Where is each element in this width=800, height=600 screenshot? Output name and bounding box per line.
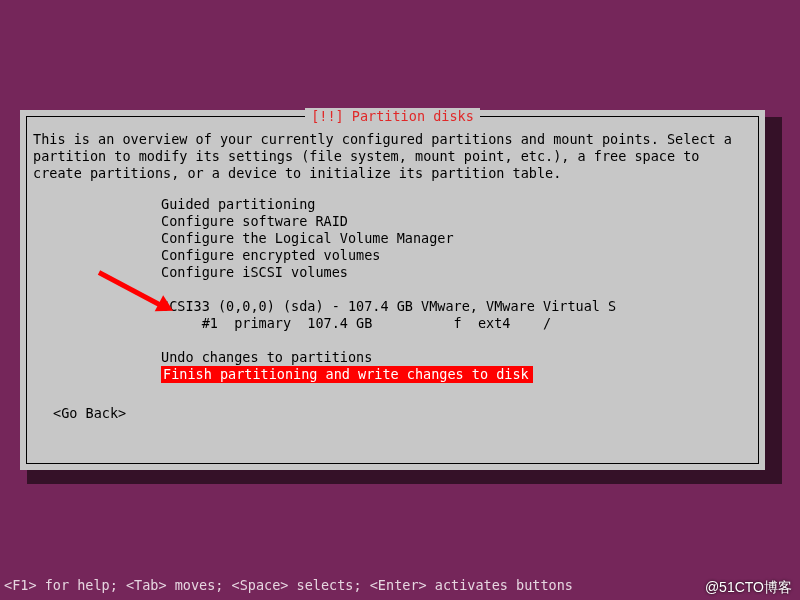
intro-text: This is an overview of your currently co… bbox=[33, 131, 752, 182]
dialog-frame: [!!] Partition disks This is an overview… bbox=[26, 116, 759, 464]
hint-bar: <F1> for help; <Tab> moves; <Space> sele… bbox=[0, 577, 800, 594]
partition-dialog: [!!] Partition disks This is an overview… bbox=[20, 110, 765, 470]
menu-finish[interactable]: Finish partitioning and write changes to… bbox=[161, 366, 752, 383]
go-back-button[interactable]: <Go Back> bbox=[53, 405, 126, 422]
menu-lvm[interactable]: Configure the Logical Volume Manager bbox=[161, 230, 752, 247]
disk-header[interactable]: SCSI33 (0,0,0) (sda) - 107.4 GB VMware, … bbox=[161, 298, 752, 315]
partition-row[interactable]: #1 primary 107.4 GB f ext4 / bbox=[161, 315, 752, 332]
menu-iscsi[interactable]: Configure iSCSI volumes bbox=[161, 264, 752, 281]
menu-enc[interactable]: Configure encrypted volumes bbox=[161, 247, 752, 264]
dialog-title: [!!] Partition disks bbox=[305, 108, 480, 124]
watermark: @51CTO博客 bbox=[705, 579, 792, 596]
menu-guided[interactable]: Guided partitioning bbox=[161, 196, 752, 213]
menu-raid[interactable]: Configure software RAID bbox=[161, 213, 752, 230]
menu-undo[interactable]: Undo changes to partitions bbox=[161, 349, 752, 366]
